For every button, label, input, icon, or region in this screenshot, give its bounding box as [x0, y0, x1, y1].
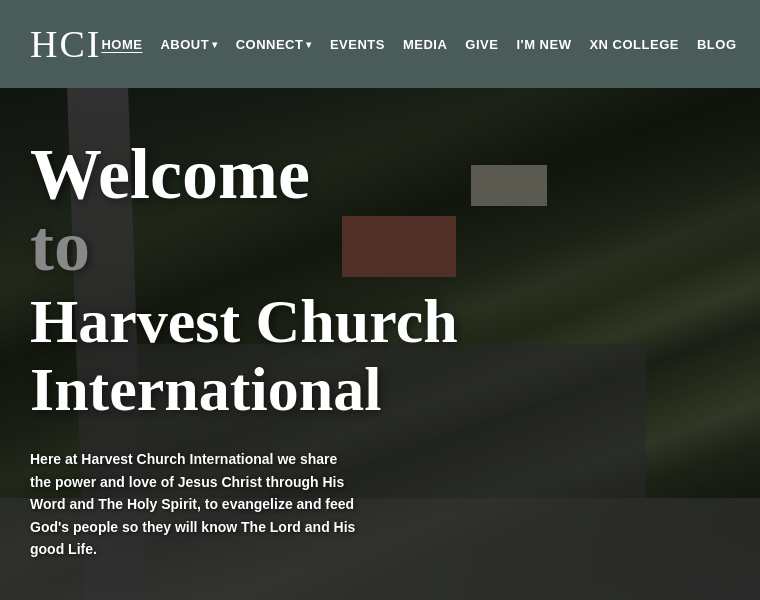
- nav-item-events[interactable]: EVENTS: [330, 37, 385, 52]
- site-logo[interactable]: HCI: [30, 22, 101, 66]
- nav-item-home[interactable]: HOME: [101, 37, 142, 52]
- nav-item-blog[interactable]: BLOG: [697, 37, 737, 52]
- hero-title-line1: Welcome: [30, 138, 730, 210]
- hero-content: Welcome to Harvest Church International …: [0, 88, 760, 600]
- hero-subtitle: Here at Harvest Church International we …: [30, 448, 360, 560]
- nav-item-xn-college[interactable]: XN COLLEGE: [589, 37, 679, 52]
- main-nav: HOMEABOUT▾CONNECT▾EVENTSMEDIAGIVEI'M NEW…: [101, 37, 736, 52]
- nav-item-i-m-new[interactable]: I'M NEW: [516, 37, 571, 52]
- nav-item-about[interactable]: ABOUT▾: [160, 37, 217, 52]
- chevron-down-icon: ▾: [212, 39, 218, 50]
- site-header: HCI HOMEABOUT▾CONNECT▾EVENTSMEDIAGIVEI'M…: [0, 0, 760, 88]
- nav-item-give[interactable]: GIVE: [465, 37, 498, 52]
- hero-title-line3: Harvest Church International: [30, 287, 730, 423]
- chevron-down-icon: ▾: [306, 39, 312, 50]
- hero-section: Welcome to Harvest Church International …: [0, 88, 760, 600]
- nav-item-connect[interactable]: CONNECT▾: [236, 37, 312, 52]
- nav-item-media[interactable]: MEDIA: [403, 37, 447, 52]
- hero-title-line2: to: [30, 210, 730, 282]
